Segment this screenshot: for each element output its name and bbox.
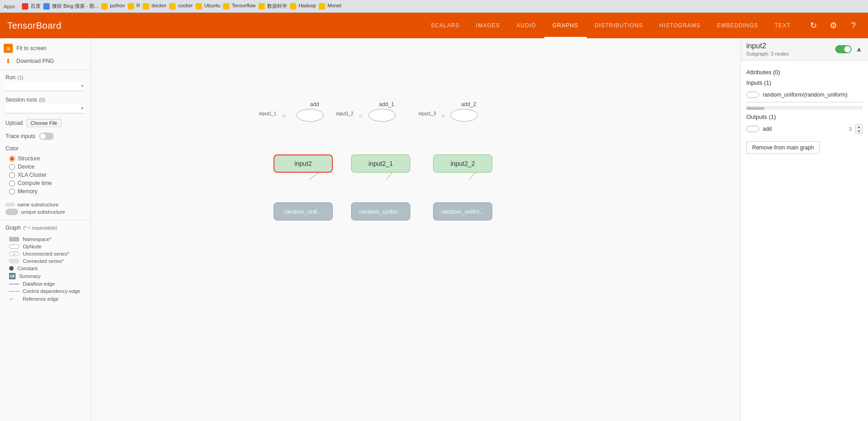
bookmark-mxnet[interactable]: Mxnet: [319, 3, 341, 9]
graph-label: Graph: [5, 225, 21, 231]
input2-2-node[interactable]: input2_2: [433, 154, 492, 173]
summary-shape: [9, 273, 16, 279]
nav-images[interactable]: IMAGES: [468, 13, 508, 38]
fit-icon: ⊞: [4, 44, 13, 53]
tb-header: TensorBoard SCALARS IMAGES AUDIO GRAPHS …: [0, 13, 868, 38]
radio-memory[interactable]: Memory: [9, 187, 82, 195]
rp-header-actions: ▲: [835, 45, 863, 53]
tb-logo: TensorBoard: [7, 21, 62, 31]
outputs-section: Outputs (1): [746, 113, 863, 120]
legend-unconnected: Unconnected series*: [9, 250, 82, 257]
download-icon: ⬇: [4, 56, 13, 66]
add-1-label: add_1: [373, 101, 400, 108]
input-node-name: random_uniform/(random_uniform): [763, 92, 863, 98]
run-count: (1): [17, 75, 23, 80]
nav-distributions[interactable]: DISTRIBUTIONS: [587, 13, 651, 38]
inputs-section: Inputs (1): [746, 79, 863, 86]
random-unifor2-node[interactable]: random_unifor...: [433, 202, 492, 221]
input-node-ellipse: [746, 92, 759, 98]
run-select[interactable]: [5, 82, 85, 91]
constant-shape: [9, 266, 14, 271]
refresh-icon[interactable]: ↻: [806, 18, 821, 33]
add-2-ellipse[interactable]: [450, 109, 478, 122]
graph-canvas[interactable]: add input1_1 input2 rand: [91, 38, 740, 421]
control-shape: [9, 291, 19, 292]
help-icon[interactable]: ?: [846, 18, 861, 33]
add-label: add: [301, 101, 328, 108]
bookmark-docker[interactable]: docker: [143, 3, 166, 9]
random-unif-node[interactable]: random_unif...: [274, 202, 333, 221]
connected-shape: [9, 259, 19, 263]
output-stepper[interactable]: ▲ ▼: [855, 124, 863, 134]
legend-constant: Constant: [9, 265, 82, 272]
trace-inputs-toggle[interactable]: [39, 133, 54, 140]
apps-label[interactable]: Apps: [4, 4, 15, 9]
output-stepper-up[interactable]: ▲: [856, 124, 862, 129]
right-panel: input2 Subgraph: 3 nodes ▲ Attributes (0…: [740, 38, 868, 421]
choose-file-btn[interactable]: Choose File: [26, 119, 62, 127]
bookmark-ubuntu[interactable]: Ubuntu: [196, 3, 221, 9]
bookmark-datasci[interactable]: 数据科学: [258, 3, 287, 10]
run-label: Run: [5, 74, 16, 81]
tb-nav: SCALARS IMAGES AUDIO GRAPHS DISTRIBUTION…: [423, 13, 799, 38]
bookmark-bing[interactable]: 微软 Bing 搜索 - 图...: [43, 3, 98, 10]
input1-3-label: input1_3: [418, 111, 436, 116]
expandable-note: (* = expandable): [23, 226, 57, 231]
same-substructure-swatch: [5, 203, 15, 206]
reference-shape: ←: [9, 296, 19, 302]
bookmark-python[interactable]: python: [101, 3, 125, 9]
inputs-content: random_uniform/(random_uniform) 3 ▲ ▼: [746, 88, 863, 102]
bookmark-tensorflow[interactable]: Tensorflow: [223, 3, 255, 9]
session-select[interactable]: [5, 105, 85, 113]
add-ellipse[interactable]: [296, 109, 324, 122]
settings-icon[interactable]: ⚙: [826, 18, 841, 33]
tb-header-icons: ↻ ⚙ ?: [806, 18, 861, 33]
nav-text[interactable]: TEXT: [766, 13, 799, 38]
input2-1-node[interactable]: input2_1: [351, 154, 410, 173]
output-node-name: add: [763, 126, 845, 132]
legend-dataflow: Dataflow edge: [9, 280, 82, 288]
rp-scroll-thumb: [746, 107, 765, 110]
upload-label: Upload: [5, 120, 23, 126]
radio-xla[interactable]: XLA Cluster: [9, 171, 82, 179]
bookmark-r[interactable]: R: [128, 3, 140, 9]
nav-scalars[interactable]: SCALARS: [423, 13, 468, 38]
radio-compute[interactable]: Compute time: [9, 179, 82, 187]
same-substructure-label: same substructure: [17, 202, 58, 207]
input1-2-label: input1_2: [336, 111, 353, 116]
nav-graphs[interactable]: GRAPHS: [544, 13, 587, 38]
add-1-ellipse[interactable]: [368, 109, 396, 122]
attributes-section: Attributes (0): [746, 69, 863, 76]
color-radio-group: Structure Device XLA Cluster Compute tim…: [5, 154, 85, 196]
legend-connected: Connected series*: [9, 257, 82, 265]
rp-subtitle: Subgraph: 3 nodes: [746, 51, 789, 56]
radio-device[interactable]: Device: [9, 163, 82, 171]
rp-toggle[interactable]: [835, 45, 852, 53]
nav-audio[interactable]: AUDIO: [508, 13, 544, 38]
rp-title: input2: [746, 42, 789, 50]
browser-bar: Apps | 百度 微软 Bing 搜索 - 图... python R doc…: [0, 0, 868, 13]
rp-close-btn[interactable]: ▲: [855, 45, 863, 53]
namespace-shape: [9, 237, 19, 241]
random-unifor1-node[interactable]: random_unifor...: [351, 202, 410, 221]
rp-scroll-bar[interactable]: [746, 106, 863, 110]
nav-embeddings[interactable]: EMBEDDINGS: [709, 13, 767, 38]
legend-opnode: OpNode: [9, 243, 82, 250]
bookmark-cocker[interactable]: cocker: [169, 3, 192, 9]
radio-structure[interactable]: Structure: [9, 154, 82, 163]
legend-reference: ← Reference edge: [9, 295, 82, 303]
trace-inputs-label: Trace inputs: [5, 133, 36, 139]
nav-histograms[interactable]: HISTOGRAMS: [651, 13, 708, 38]
svg-rect-1: [12, 276, 13, 277]
bookmark-hadoop[interactable]: Hadoop: [290, 3, 316, 9]
dataflow-shape: [9, 284, 19, 284]
remove-from-main-graph-btn[interactable]: Remove from main graph: [746, 141, 820, 154]
unique-substructure-toggle[interactable]: [5, 209, 18, 215]
fit-to-screen-btn[interactable]: ⊞ Fit to screen: [0, 42, 91, 55]
bookmark-baidu[interactable]: 百度: [22, 3, 41, 10]
download-png-btn[interactable]: ⬇ Download PNG: [0, 55, 91, 67]
input2-node[interactable]: input2: [274, 154, 333, 173]
input-row-1: random_uniform/(random_uniform) 3 ▲ ▼: [746, 88, 863, 102]
inputs-scroll[interactable]: random_uniform/(random_uniform) 3 ▲ ▼: [746, 88, 863, 103]
output-stepper-down[interactable]: ▼: [856, 129, 862, 133]
